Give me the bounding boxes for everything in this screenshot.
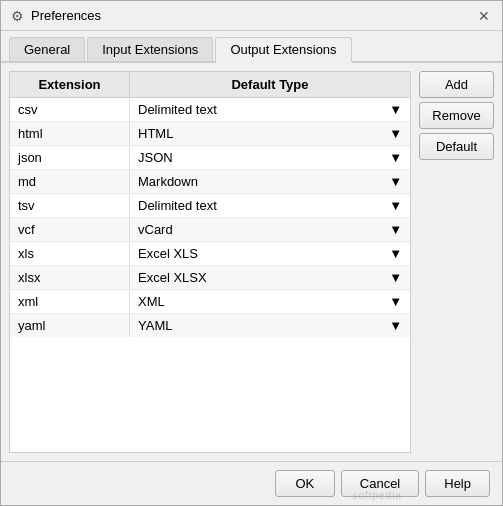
ext-cell: xls <box>10 242 130 265</box>
ext-cell: html <box>10 122 130 145</box>
dropdown-arrow-icon: ▼ <box>389 198 402 213</box>
table-row[interactable]: xlsx Excel XLSX ▼ <box>10 266 410 290</box>
main-content: Extension Default Type csv Delimited tex… <box>1 63 502 461</box>
ext-cell: vcf <box>10 218 130 241</box>
type-value: JSON <box>138 150 173 165</box>
table-row[interactable]: xml XML ▼ <box>10 290 410 314</box>
col-extension: Extension <box>10 72 130 97</box>
dropdown-arrow-icon: ▼ <box>389 102 402 117</box>
extensions-table: Extension Default Type csv Delimited tex… <box>9 71 411 453</box>
dropdown-arrow-icon: ▼ <box>389 246 402 261</box>
dropdown-arrow-icon: ▼ <box>389 270 402 285</box>
ext-cell: xlsx <box>10 266 130 289</box>
type-cell[interactable]: Excel XLS ▼ <box>130 242 410 265</box>
table-row[interactable]: yaml YAML ▼ <box>10 314 410 337</box>
table-row[interactable]: json JSON ▼ <box>10 146 410 170</box>
footer: softpedia OK Cancel Help <box>1 461 502 505</box>
watermark: softpedia <box>352 490 402 501</box>
type-value: Delimited text <box>138 198 217 213</box>
type-cell[interactable]: Markdown ▼ <box>130 170 410 193</box>
title-bar-left: ⚙ Preferences <box>9 8 101 24</box>
table-row[interactable]: md Markdown ▼ <box>10 170 410 194</box>
button-panel: Add Remove Default <box>419 71 494 453</box>
table-rows: csv Delimited text ▼ html HTML ▼ json JS… <box>10 98 410 452</box>
tabs-bar: General Input Extensions Output Extensio… <box>1 31 502 63</box>
default-button[interactable]: Default <box>419 133 494 160</box>
type-value: Markdown <box>138 174 198 189</box>
ext-cell: xml <box>10 290 130 313</box>
dropdown-arrow-icon: ▼ <box>389 222 402 237</box>
ext-cell: tsv <box>10 194 130 217</box>
dropdown-arrow-icon: ▼ <box>389 174 402 189</box>
type-value: XML <box>138 294 165 309</box>
remove-button[interactable]: Remove <box>419 102 494 129</box>
table-row[interactable]: html HTML ▼ <box>10 122 410 146</box>
type-cell[interactable]: Excel XLSX ▼ <box>130 266 410 289</box>
type-cell[interactable]: Delimited text ▼ <box>130 98 410 121</box>
type-cell[interactable]: Delimited text ▼ <box>130 194 410 217</box>
preferences-window: ⚙ Preferences ✕ General Input Extensions… <box>0 0 503 506</box>
type-value: Delimited text <box>138 102 217 117</box>
table-row[interactable]: vcf vCard ▼ <box>10 218 410 242</box>
dropdown-arrow-icon: ▼ <box>389 294 402 309</box>
type-cell[interactable]: YAML ▼ <box>130 314 410 337</box>
tab-general[interactable]: General <box>9 37 85 61</box>
ext-cell: json <box>10 146 130 169</box>
add-button[interactable]: Add <box>419 71 494 98</box>
ext-cell: yaml <box>10 314 130 337</box>
table-row[interactable]: xls Excel XLS ▼ <box>10 242 410 266</box>
type-cell[interactable]: vCard ▼ <box>130 218 410 241</box>
close-button[interactable]: ✕ <box>474 6 494 26</box>
type-value: YAML <box>138 318 172 333</box>
help-button[interactable]: Help <box>425 470 490 497</box>
type-value: HTML <box>138 126 173 141</box>
tab-input-extensions[interactable]: Input Extensions <box>87 37 213 61</box>
tab-output-extensions[interactable]: Output Extensions <box>215 37 351 63</box>
ext-cell: md <box>10 170 130 193</box>
ok-button[interactable]: OK <box>275 470 335 497</box>
dropdown-arrow-icon: ▼ <box>389 126 402 141</box>
type-value: Excel XLS <box>138 246 198 261</box>
type-cell[interactable]: JSON ▼ <box>130 146 410 169</box>
table-row[interactable]: csv Delimited text ▼ <box>10 98 410 122</box>
window-title: Preferences <box>31 8 101 23</box>
dropdown-arrow-icon: ▼ <box>389 318 402 333</box>
dropdown-arrow-icon: ▼ <box>389 150 402 165</box>
title-bar: ⚙ Preferences ✕ <box>1 1 502 31</box>
type-value: Excel XLSX <box>138 270 207 285</box>
preferences-icon: ⚙ <box>9 8 25 24</box>
type-cell[interactable]: XML ▼ <box>130 290 410 313</box>
ext-cell: csv <box>10 98 130 121</box>
table-row[interactable]: tsv Delimited text ▼ <box>10 194 410 218</box>
type-cell[interactable]: HTML ▼ <box>130 122 410 145</box>
type-value: vCard <box>138 222 173 237</box>
col-default-type: Default Type <box>130 72 410 97</box>
table-header: Extension Default Type <box>10 72 410 98</box>
